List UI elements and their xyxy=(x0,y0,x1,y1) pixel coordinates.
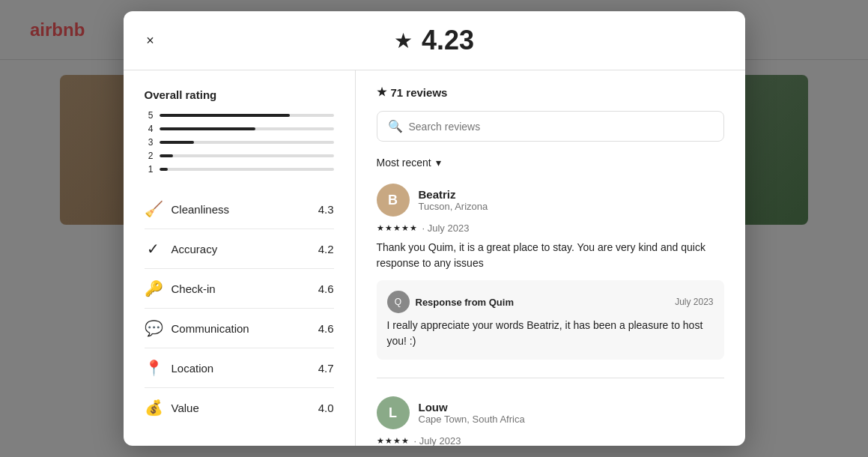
avatar: B xyxy=(377,184,410,217)
bar-track xyxy=(160,168,334,171)
category-name: Location xyxy=(172,362,214,375)
star-icon: ★ xyxy=(394,28,413,53)
bar-label: 1 xyxy=(145,164,154,175)
response-avatar: Q xyxy=(387,291,410,313)
category-score: 4.7 xyxy=(318,362,334,375)
category-left: 💰 Value xyxy=(145,399,199,417)
sort-dropdown: Most recent ▾ xyxy=(377,157,724,169)
reviews-modal: × ★ 4.23 Overall rating 5 4 3 xyxy=(124,11,745,446)
bar-fill xyxy=(160,127,255,130)
bar-label: 3 xyxy=(145,137,154,148)
category-icon: 🧹 xyxy=(145,200,163,218)
review-date: · July 2023 xyxy=(414,435,461,446)
search-box[interactable]: 🔍 xyxy=(377,111,724,142)
category-icon: 💰 xyxy=(145,399,163,417)
rating-bar-row: 3 xyxy=(145,137,334,148)
rating-bar-row: 1 xyxy=(145,164,334,175)
category-score: 4.2 xyxy=(318,243,334,255)
category-left: 🧹 Cleanliness xyxy=(145,200,230,218)
review-stars: ★★★★ xyxy=(377,436,410,446)
chevron-down-icon: ▾ xyxy=(436,157,441,169)
bar-fill xyxy=(160,141,195,144)
review-meta: ★★★★ · July 2023 xyxy=(377,435,724,446)
bar-track xyxy=(160,141,334,144)
category-name: Cleanliness xyxy=(172,203,230,216)
reviewer-name: Louw xyxy=(419,401,724,414)
reviewer-info: Beatriz Tucson, Arizona xyxy=(419,188,724,212)
category-name: Communication xyxy=(172,322,249,335)
review-stars: ★★★★★ xyxy=(377,223,418,233)
reviews-list: B Beatriz Tucson, Arizona ★★★★★ · July 2… xyxy=(377,184,724,446)
reviewer-info: Louw Cape Town, South Africa xyxy=(419,401,724,425)
category-row: 🧹 Cleanliness 4.3 xyxy=(145,190,334,229)
category-left: 🔑 Check-in xyxy=(145,279,216,297)
bar-fill xyxy=(160,154,174,157)
response-name: Response from Quim xyxy=(416,297,514,308)
reviewer-name: Beatriz xyxy=(419,188,724,201)
star-count-icon: ★ xyxy=(377,85,386,99)
bar-label: 5 xyxy=(145,110,154,121)
bar-fill xyxy=(160,168,169,171)
reviews-count-text: 71 reviews xyxy=(391,86,448,99)
rating-bar-row: 2 xyxy=(145,151,334,161)
category-row: 🔑 Check-in 4.6 xyxy=(145,269,334,309)
reviewer-header: B Beatriz Tucson, Arizona xyxy=(377,184,724,217)
review-meta: ★★★★★ · July 2023 xyxy=(377,223,724,234)
rating-bar-row: 5 xyxy=(145,110,334,121)
overall-rating-section: Overall rating 5 4 3 2 1 xyxy=(145,88,334,175)
category-row: 💬 Communication 4.6 xyxy=(145,309,334,348)
reviewer-location: Tucson, Arizona xyxy=(419,201,724,212)
category-row: ✓ Accuracy 4.2 xyxy=(145,229,334,269)
category-score: 4.3 xyxy=(318,203,334,216)
left-panel: Overall rating 5 4 3 2 1 xyxy=(124,70,356,446)
sort-label: Most recent xyxy=(377,157,431,169)
modal-title: ★ 4.23 xyxy=(394,25,474,56)
modal-overlay[interactable]: × ★ 4.23 Overall rating 5 4 3 xyxy=(0,0,868,457)
bar-label: 2 xyxy=(145,151,154,161)
avatar: L xyxy=(377,396,410,429)
category-icon: 📍 xyxy=(145,359,163,377)
category-left: 📍 Location xyxy=(145,359,214,377)
search-icon: 🔍 xyxy=(388,119,403,133)
overall-rating-label: Overall rating xyxy=(145,88,334,101)
category-name: Value xyxy=(172,402,199,414)
category-row: 💰 Value 4.0 xyxy=(145,388,334,427)
category-left: 💬 Communication xyxy=(145,319,249,337)
category-icon: 💬 xyxy=(145,319,163,337)
review-date: · July 2023 xyxy=(422,223,470,234)
bar-fill xyxy=(160,114,291,117)
response-text: I really appreciate your words Beatriz, … xyxy=(387,318,714,349)
rating-bars: 5 4 3 2 1 xyxy=(145,110,334,175)
close-button[interactable]: × xyxy=(139,28,163,52)
rating-bar-row: 4 xyxy=(145,124,334,134)
category-score: 4.6 xyxy=(318,322,334,335)
category-name: Accuracy xyxy=(172,243,218,255)
bar-track xyxy=(160,127,334,130)
review-card: B Beatriz Tucson, Arizona ★★★★★ · July 2… xyxy=(377,184,724,378)
bar-track xyxy=(160,154,334,157)
modal-body: Overall rating 5 4 3 2 1 xyxy=(124,70,745,446)
category-score: 4.0 xyxy=(318,402,334,414)
bar-track xyxy=(160,114,334,117)
reviews-count: ★ 71 reviews xyxy=(377,85,724,99)
response-box: Q Response from Quim July 2023 I really … xyxy=(377,280,724,360)
category-score: 4.6 xyxy=(318,282,334,295)
response-date: July 2023 xyxy=(675,297,713,307)
category-icon: ✓ xyxy=(145,240,163,258)
category-icon: 🔑 xyxy=(145,279,163,297)
category-left: ✓ Accuracy xyxy=(145,240,218,258)
reviewer-header: L Louw Cape Town, South Africa xyxy=(377,396,724,429)
category-name: Check-in xyxy=(172,282,216,295)
bar-label: 4 xyxy=(145,124,154,134)
search-input[interactable] xyxy=(409,121,713,133)
modal-header: × ★ 4.23 xyxy=(124,11,745,70)
review-card: L Louw Cape Town, South Africa ★★★★ · Ju… xyxy=(377,396,724,446)
category-ratings: 🧹 Cleanliness 4.3 ✓ Accuracy 4.2 🔑 Check… xyxy=(145,190,334,427)
category-row: 📍 Location 4.7 xyxy=(145,348,334,388)
overall-rating-number: 4.23 xyxy=(422,25,474,56)
review-text: Thank you Quim, it is a great place to s… xyxy=(377,240,724,271)
reviewer-location: Cape Town, South Africa xyxy=(419,414,724,425)
response-header: Q Response from Quim July 2023 xyxy=(387,291,714,313)
right-panel[interactable]: ★ 71 reviews 🔍 Most recent ▾ B xyxy=(356,70,745,446)
